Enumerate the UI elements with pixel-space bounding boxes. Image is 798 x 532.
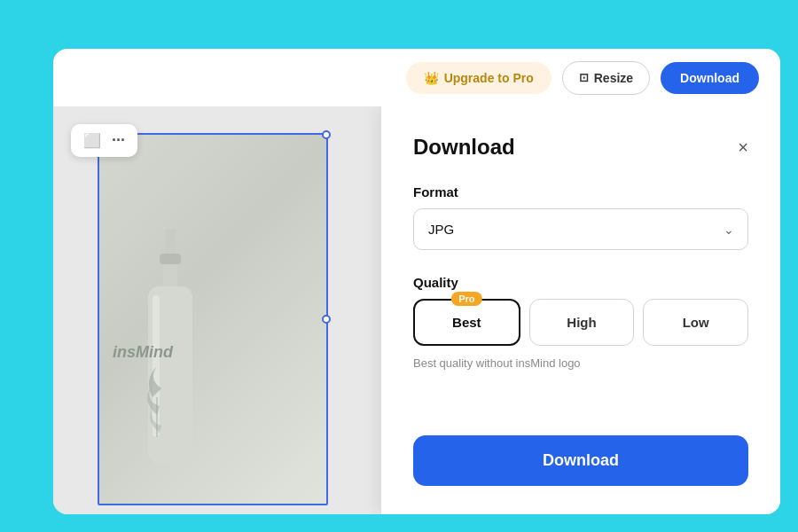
quality-best-label: Best (452, 315, 481, 330)
selection-handle-top-right[interactable] (322, 130, 331, 139)
panel-header: Download × (413, 135, 748, 160)
svg-rect-1 (160, 254, 181, 264)
download-panel: Download × Format JPG PNG WEBP ⌄ (381, 106, 780, 514)
brand-text: insMind (113, 343, 173, 362)
quality-best-button[interactable]: Pro Best (413, 299, 520, 346)
resize-icon: ⊡ (579, 71, 589, 84)
format-select-wrapper: JPG PNG WEBP ⌄ (413, 208, 748, 250)
toolbar: 👑 Upgrade to Pro ⊡ Resize Download (53, 49, 780, 106)
header-download-button[interactable]: Download (661, 62, 759, 94)
close-icon: × (738, 137, 748, 157)
quality-low-button[interactable]: Low (643, 299, 748, 346)
quality-high-label: High (567, 315, 596, 330)
canvas-area: ⬜ ··· (53, 106, 780, 514)
close-button[interactable]: × (738, 138, 748, 156)
product-selection-box: insMind (98, 133, 328, 505)
crown-icon: 👑 (424, 71, 439, 85)
svg-rect-4 (153, 295, 160, 437)
download-panel-button-label: Download (543, 451, 619, 469)
selection-handle-mid-right[interactable] (322, 315, 331, 324)
upgrade-label: Upgrade to Pro (444, 71, 534, 85)
editor-canvas: ⬜ ··· (53, 106, 390, 514)
header-download-label: Download (680, 71, 739, 85)
upgrade-to-pro-button[interactable]: 👑 Upgrade to Pro (406, 62, 552, 94)
frame-icon: ⬜ (83, 132, 101, 149)
panel-title: Download (413, 135, 515, 160)
quality-section: Quality Pro Best High Low Best quality w… (413, 275, 748, 391)
bottle-illustration (126, 220, 215, 504)
resize-label: Resize (594, 71, 633, 85)
quality-hint: Best quality without insMind logo (413, 356, 748, 391)
quality-buttons: Pro Best High Low (413, 299, 748, 346)
more-options-icon[interactable]: ··· (112, 131, 125, 150)
format-label: Format (413, 184, 748, 200)
quality-high-button[interactable]: High (529, 299, 635, 346)
quality-low-label: Low (683, 315, 709, 330)
download-panel-button[interactable]: Download (413, 435, 748, 486)
canvas-mini-toolbar: ⬜ ··· (71, 124, 137, 157)
quality-label: Quality (413, 275, 748, 290)
format-section: Format JPG PNG WEBP ⌄ (413, 184, 748, 275)
app-container: 👑 Upgrade to Pro ⊡ Resize Download ⬜ ··· (53, 49, 780, 514)
svg-rect-2 (163, 264, 177, 286)
format-select[interactable]: JPG PNG WEBP (413, 208, 748, 250)
resize-button[interactable]: ⊡ Resize (562, 61, 650, 95)
svg-rect-0 (165, 229, 176, 255)
pro-badge: Pro (451, 292, 481, 306)
